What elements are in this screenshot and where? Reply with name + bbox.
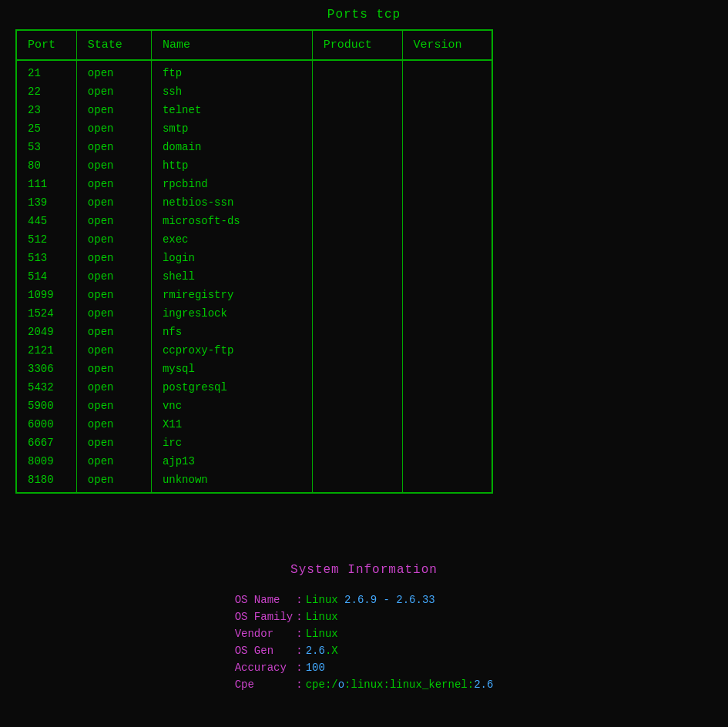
header-name: Name [151,30,312,60]
os-name-version: 2.6.9 - 2.6.33 [344,594,435,606]
table-row: 8180openunknown [16,471,492,493]
table-row: 1524openingreslock [16,304,492,323]
table-row: 445openmicrosoft-ds [16,212,492,230]
table-row: 6667openirc [16,434,492,452]
system-info-title: System Information [15,563,713,577]
cpe-o: o [338,678,344,691]
page-title: Ports tcp [15,8,713,22]
table-row: 21openftp [16,60,492,82]
accuracy-row: Accuracy : 100 [233,659,495,676]
table-row: 5432openpostgresql [16,378,492,397]
table-header-row: Port State Name Product Version [16,30,492,60]
table-row: 1099openrmiregistry [16,286,492,304]
cpe-label: Cpe [233,676,295,697]
accuracy-value: 100 [304,659,495,676]
ports-table: Port State Name Product Version 21openft… [15,29,493,494]
header-version: Version [402,30,492,60]
table-row: 80openhttp [16,156,492,175]
table-row: 512openexec [16,230,492,249]
cpe-value: cpe:/o:linux:linux_kernel:2.6 [304,676,495,697]
os-family-label: OS Family [233,608,295,625]
os-gen-value: 2.6.X [304,642,495,659]
cpe-prefix: cpe:/ [306,678,338,691]
system-info-section: System Information OS Name : Linux 2.6.9… [15,563,713,697]
os-family-value: Linux [304,608,495,625]
header-state: State [76,30,151,60]
table-row: 2121openccproxy-ftp [16,341,492,360]
os-name-label: OS Name [233,588,295,608]
table-row: 23opentelnet [16,101,492,119]
os-name-text: Linux [306,594,338,606]
table-row: 514openshell [16,267,492,286]
os-gen-suffix: .X [325,645,338,657]
vendor-label: Vendor [233,625,295,642]
cpe-row: Cpe : cpe:/o:linux:linux_kernel:2.6 [233,676,495,697]
os-gen-version: 2.6 [306,645,325,657]
table-row: 6000openX11 [16,415,492,434]
accuracy-label: Accuracy [233,659,295,676]
os-gen-label: OS Gen [233,642,295,659]
cpe-version: 2.6 [474,678,493,691]
vendor-row: Vendor : Linux [233,625,495,642]
header-port: Port [16,30,76,60]
os-name-row: OS Name : Linux 2.6.9 - 2.6.33 [233,588,495,608]
accuracy-number: 100 [306,662,325,674]
table-row: 53opendomain [16,138,492,156]
system-info-table: OS Name : Linux 2.6.9 - 2.6.33 OS Family… [233,588,495,697]
table-row: 22openssh [16,82,492,101]
table-row: 2049opennfs [16,323,492,341]
header-product: Product [312,30,402,60]
table-row: 8009openajp13 [16,452,492,471]
os-gen-row: OS Gen : 2.6.X [233,642,495,659]
os-family-row: OS Family : Linux [233,608,495,625]
table-row: 513openlogin [16,249,492,267]
table-row: 139opennetbios-ssn [16,193,492,212]
table-row: 111openrpcbind [16,175,492,193]
os-name-value: Linux 2.6.9 - 2.6.33 [304,588,495,608]
vendor-value: Linux [304,625,495,642]
table-row: 3306openmysql [16,360,492,378]
table-row: 25opensmtp [16,119,492,138]
cpe-rest: :linux:linux_kernel: [344,678,474,691]
table-row: 5900openvnc [16,397,492,415]
